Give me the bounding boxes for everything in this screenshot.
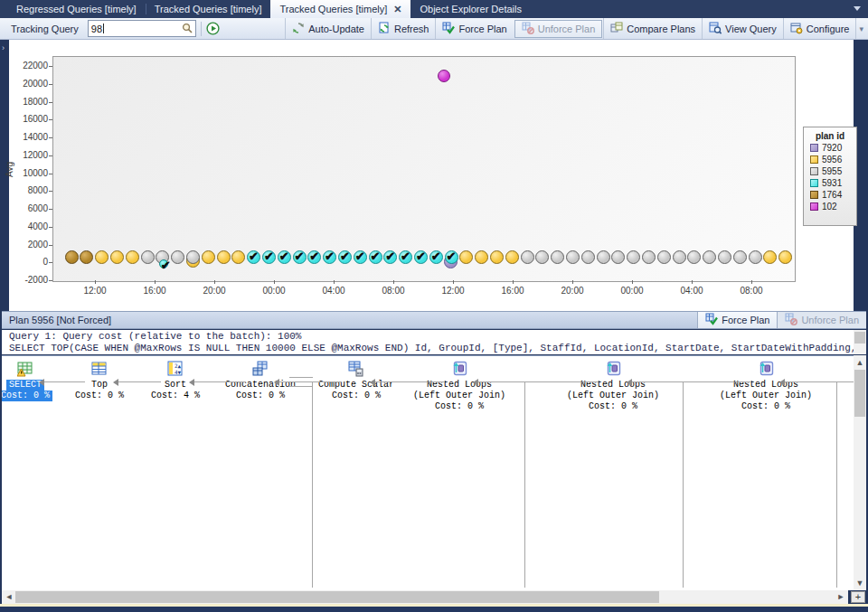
scroll-right-icon[interactable]: ► — [835, 593, 846, 601]
plan-point[interactable] — [186, 250, 200, 264]
scrollbar-thumb[interactable] — [854, 332, 865, 344]
splitter-collapse-icon[interactable]: › — [2, 43, 5, 52]
scrollbar-thumb[interactable] — [854, 370, 865, 417]
plan-point[interactable] — [490, 250, 504, 264]
tracking-query-value: 98 — [91, 24, 102, 34]
plan-point[interactable] — [642, 250, 656, 264]
plan-point[interactable] — [673, 250, 686, 264]
plan-point[interactable]: ✔ — [445, 250, 458, 264]
close-icon[interactable]: ✕ — [393, 5, 401, 14]
force-plan-button[interactable]: Force Plan — [697, 312, 777, 328]
plan-point[interactable] — [505, 250, 519, 264]
plan-point[interactable]: ✔ — [159, 259, 168, 268]
legend-title: plan id — [804, 131, 856, 141]
tab-well-dropdown-icon[interactable] — [854, 6, 861, 11]
button-label: Auto-Update — [308, 24, 364, 34]
plan-point[interactable] — [535, 250, 549, 264]
plan-point[interactable] — [611, 250, 625, 264]
plan-vertical-scrollbar[interactable]: ▲ ▼ — [854, 355, 866, 590]
plan-point[interactable]: ✔ — [369, 250, 382, 264]
plan-point[interactable] — [749, 250, 762, 264]
plan-point[interactable] — [95, 250, 108, 264]
plan-point[interactable] — [110, 250, 124, 264]
tab-label: Object Explorer Details — [420, 4, 522, 14]
plan-point[interactable] — [217, 250, 231, 264]
chart-plot-area[interactable]: ✔✔✔✔✔✔✔✔✔✔✔✔✔✔✔ — [52, 56, 796, 282]
plan-point[interactable] — [703, 250, 716, 264]
plan-point[interactable]: ✔ — [293, 250, 307, 264]
plan-node-nested-loops-left-outer-join[interactable]: Nested Loops(Left Outer Join)Cost: 0 % — [405, 361, 514, 412]
tracking-query-input[interactable]: 98 — [88, 20, 196, 37]
plan-point[interactable]: ✔ — [338, 250, 352, 264]
plan-point[interactable] — [231, 250, 245, 264]
compare-plans-button[interactable]: Compare Plans — [603, 18, 702, 39]
plan-point[interactable] — [627, 250, 640, 264]
concat-inputs-icon — [289, 381, 313, 382]
x-axis-tick-label: 16:00 — [493, 286, 533, 296]
tab-regressed-queries-timely[interactable]: Regressed Queries [timely] — [7, 0, 146, 18]
legend-label: 5955 — [822, 166, 842, 176]
play-icon[interactable] — [206, 22, 221, 36]
scroll-up-icon[interactable]: ▲ — [854, 359, 866, 367]
tab-object-explorer-details[interactable]: Object Explorer Details — [410, 0, 531, 18]
plan-horizontal-scrollbar[interactable]: ◄ ► — [2, 590, 848, 604]
plan-point[interactable] — [80, 250, 93, 264]
plan-point[interactable] — [733, 250, 747, 264]
plan-connector-arrow — [113, 379, 118, 386]
plan-node-title: (Left Outer Join) — [405, 391, 514, 401]
refresh-button[interactable]: Refresh — [371, 18, 436, 39]
tab-tracked-queries-timely[interactable]: Tracked Queries [timely] — [146, 0, 271, 18]
plan-connector — [114, 381, 161, 382]
scroll-left-icon[interactable]: ◄ — [4, 593, 14, 601]
plan-point[interactable] — [141, 250, 155, 264]
plan-point[interactable]: ✔ — [278, 250, 291, 264]
tab-tracked-queries-timely[interactable]: Tracked Queries [timely]✕ — [270, 0, 410, 18]
plan-point[interactable] — [126, 250, 139, 264]
plan-point[interactable]: ✔ — [323, 250, 336, 264]
plan-point[interactable] — [65, 250, 79, 264]
query-vertical-scrollbar[interactable] — [854, 330, 866, 354]
plan-point[interactable]: ✔ — [354, 250, 367, 264]
plan-point[interactable] — [459, 250, 473, 264]
plan-point[interactable] — [566, 250, 580, 264]
plan-point[interactable] — [597, 250, 610, 264]
query-cost-panel[interactable]: Query 1: Query cost (relative to the bat… — [2, 330, 854, 354]
x-axis-tick — [274, 280, 275, 284]
plan-point[interactable]: ✔ — [399, 250, 412, 264]
zoom-plus-button[interactable]: + — [851, 591, 865, 603]
plan-point[interactable] — [551, 250, 564, 264]
toolbar-overflow-icon[interactable]: ▾ — [855, 18, 868, 39]
unforce-plan-button[interactable]: Unforce Plan — [514, 20, 603, 38]
plan-point[interactable] — [171, 250, 184, 264]
magnifier-icon[interactable] — [182, 23, 193, 35]
force-plan-button[interactable]: Force Plan — [435, 18, 513, 39]
plan-point[interactable]: ✔ — [383, 250, 397, 264]
x-axis-tick — [692, 280, 693, 284]
plan-point[interactable]: ✔ — [247, 250, 260, 264]
y-axis-tick-label: -2000 — [12, 275, 48, 285]
plan-point[interactable] — [581, 250, 595, 264]
plan-title: Plan 5956 [Not Forced] — [9, 315, 111, 325]
execution-plan-canvas[interactable]: SELECTCost: 0 %TopCost: 0 %2▲4▼SortCost:… — [2, 355, 854, 590]
plan-point[interactable] — [475, 250, 488, 264]
plan-point-outlier[interactable] — [438, 70, 450, 82]
plan-point[interactable]: ✔ — [307, 250, 321, 264]
plan-point[interactable]: ✔ — [262, 250, 276, 264]
plan-point[interactable] — [657, 250, 671, 264]
scroll-down-icon[interactable]: ▼ — [854, 579, 866, 588]
plan-point[interactable] — [763, 250, 777, 264]
scrollbar-thumb[interactable] — [15, 591, 659, 603]
auto-update-button[interactable]: Auto-Update — [285, 18, 371, 39]
plan-point[interactable] — [778, 250, 792, 264]
unforce-plan-button[interactable]: Unforce Plan — [777, 312, 866, 328]
plan-point[interactable]: ✔ — [414, 250, 428, 264]
plan-node-nested-loops-left-outer-join[interactable]: Nested Loops(Left Outer Join)Cost: 0 % — [712, 361, 820, 412]
plan-point[interactable] — [521, 250, 534, 264]
plan-node-nested-loops-left-outer-join[interactable]: Nested Loops(Left Outer Join)Cost: 0 % — [559, 361, 667, 412]
view-query-button[interactable]: View Query — [702, 18, 783, 39]
plan-point[interactable]: ✔ — [429, 250, 443, 264]
plan-point[interactable] — [202, 250, 215, 264]
configure-button[interactable]: Configure — [783, 18, 856, 39]
plan-point[interactable] — [718, 250, 731, 264]
plan-point[interactable] — [687, 250, 701, 264]
